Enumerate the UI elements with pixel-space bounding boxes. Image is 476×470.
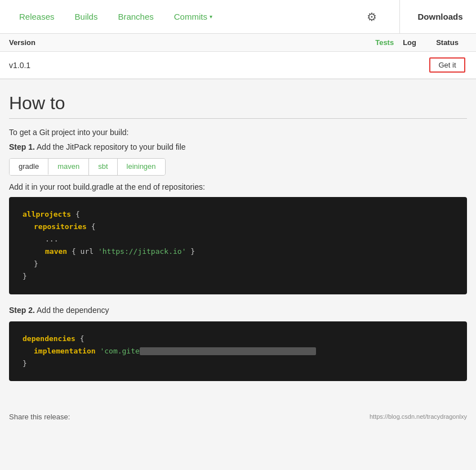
share-url: https://blog.csdn.net/tracydragonlxy [370,413,467,420]
navbar: Releases Builds Branches Commits ▾ ⚙ Dow… [0,0,476,34]
nav-links: Releases Builds Branches Commits ▾ ⚙ [9,0,399,34]
table-header: Version Tests Log Status [0,34,476,52]
code-line: } [23,270,453,283]
tab-maven[interactable]: maven [48,159,89,175]
nav-branches[interactable]: Branches [108,0,163,34]
nav-builds[interactable]: Builds [65,0,108,34]
redacted-text [140,347,316,355]
code-block-repositories: allprojects { repositories { ... maven {… [9,197,467,294]
step1-heading: Step 1. Add the JitPack repository to yo… [9,142,467,151]
chevron-down-icon: ▾ [210,14,212,20]
intro-text: To get a Git project into your build: [9,128,467,137]
nav-releases[interactable]: Releases [9,0,65,34]
gear-icon[interactable]: ⚙ [367,10,377,24]
releases-table: Version Tests Log Status v1.0.1 Get it [0,34,476,79]
step2-heading: Step 2. Add the dependency [9,306,467,315]
nav-downloads[interactable]: Downloads [399,0,467,34]
nav-commits[interactable]: Commits ▾ [164,0,223,34]
code-line: maven { url 'https://jitpack.io' } [45,245,453,258]
code-line: ... [45,233,453,245]
col-header-tests: Tests [375,38,394,47]
build-tool-tabs: gradle maven sbt leiningen [9,158,166,176]
col-header-log: Log [403,38,416,47]
code-line: implementation 'com.gite [34,345,453,357]
code-line: } [34,258,453,270]
how-to-title: How to [9,93,467,114]
table-row: v1.0.1 Get it [0,52,476,79]
tab-sbt[interactable]: sbt [89,159,117,175]
tab-gradle[interactable]: gradle [10,159,48,175]
col-header-version: Version [9,38,375,47]
status-cell: Get it [428,57,467,73]
divider [9,118,467,119]
code-line: repositories { [34,221,453,233]
main-content: How to To get a Git project into your bu… [0,79,476,406]
share-label: Share this release: [9,413,70,421]
tab-description: Add it in your root build.gradle at the … [9,182,467,191]
version-label: v1.0.1 [9,61,428,70]
share-section: Share this release: https://blog.csdn.ne… [0,406,476,421]
code-block-dependency: dependencies { implementation 'com.gite … [9,321,467,381]
code-line: dependencies { [23,333,453,345]
tab-leiningen[interactable]: leiningen [118,159,165,175]
col-header-status: Status [428,38,467,47]
get-it-button[interactable]: Get it [429,57,465,73]
code-line: } [23,357,453,370]
code-line: allprojects { [23,208,453,221]
